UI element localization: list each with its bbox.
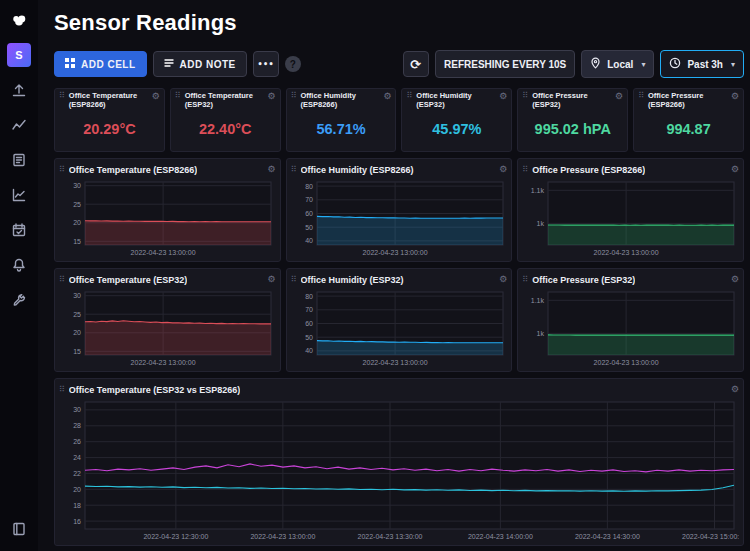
- drag-handle-icon[interactable]: ⠿: [291, 276, 297, 284]
- tasks-calendar-icon[interactable]: [7, 218, 31, 242]
- page-title: Sensor Readings: [54, 10, 744, 36]
- chevron-down-icon: ▾: [731, 60, 735, 69]
- stat-title: Office Pressure (ESP32): [532, 92, 611, 110]
- stat-title: Office Temperature (ESP8266): [69, 92, 148, 110]
- drag-handle-icon[interactable]: ⠿: [291, 166, 297, 174]
- svg-text:2022-04-23 13:00:00: 2022-04-23 13:00:00: [131, 359, 196, 366]
- map-pin-icon: [590, 57, 601, 71]
- svg-text:2022-04-23 13:00:00: 2022-04-23 13:00:00: [250, 533, 315, 540]
- refresh-interval-label: REFRESHING EVERY 10S: [444, 59, 566, 70]
- gear-icon[interactable]: ⚙: [268, 165, 276, 174]
- gear-icon[interactable]: ⚙: [731, 165, 739, 174]
- gear-icon[interactable]: ⚙: [268, 92, 276, 101]
- help-icon[interactable]: ?: [285, 56, 301, 72]
- line-chart[interactable]: 40506070802022-04-23 13:00:00: [291, 178, 508, 258]
- svg-text:2022-04-23 15:00:00: 2022-04-23 15:00:00: [682, 533, 739, 540]
- line-chart[interactable]: 1k1.1k2022-04-23 13:00:00: [522, 288, 739, 368]
- line-chart[interactable]: 16182022242628302022-04-23 12:30:002022-…: [59, 398, 739, 542]
- line-chart[interactable]: 152025302022-04-23 13:00:00: [59, 178, 276, 258]
- drag-handle-icon[interactable]: ⠿: [59, 92, 65, 100]
- gear-icon[interactable]: ⚙: [615, 92, 623, 101]
- timezone-label: Local: [607, 59, 633, 70]
- stat-title: Office Pressure (ESP8266): [648, 92, 727, 110]
- chart-cell-humidity-esp32: ⠿Office Humidity (ESP32)⚙ 40506070802022…: [286, 268, 513, 372]
- influxdb-logo-icon[interactable]: [7, 8, 31, 32]
- stat-title: Office Temperature (ESP32): [185, 92, 264, 110]
- svg-text:24: 24: [73, 454, 81, 461]
- chart-row-esp8266: ⠿Office Temperature (ESP8266)⚙ 152025302…: [54, 158, 744, 262]
- svg-text:1k: 1k: [537, 330, 545, 337]
- gear-icon[interactable]: ⚙: [383, 92, 391, 101]
- drag-handle-icon[interactable]: ⠿: [522, 166, 528, 174]
- gear-icon[interactable]: ⚙: [268, 275, 276, 284]
- more-options-button[interactable]: •••: [253, 51, 279, 77]
- chart-cell-temp-esp32: ⠿Office Temperature (ESP32)⚙ 15202530202…: [54, 268, 281, 372]
- stat-value: 22.40°C: [175, 110, 276, 148]
- manual-refresh-button[interactable]: ⟳: [403, 51, 429, 77]
- stat-cell-temp-esp32: ⠿Office Temperature (ESP32)⚙ 22.40°C: [170, 88, 281, 152]
- line-chart[interactable]: 152025302022-04-23 13:00:00: [59, 288, 276, 368]
- svg-text:70: 70: [305, 196, 313, 203]
- line-chart[interactable]: 1k1.1k2022-04-23 13:00:00: [522, 178, 739, 258]
- svg-text:2022-04-23 13:00:00: 2022-04-23 13:00:00: [594, 249, 659, 256]
- drag-handle-icon[interactable]: ⠿: [59, 166, 65, 174]
- svg-text:70: 70: [305, 306, 313, 313]
- svg-text:2022-04-23 13:00:00: 2022-04-23 13:00:00: [131, 249, 196, 256]
- stat-cell-temp-esp8266: ⠿Office Temperature (ESP8266)⚙ 20.29°C: [54, 88, 165, 152]
- settings-wrench-icon[interactable]: [7, 288, 31, 312]
- drag-handle-icon[interactable]: ⠿: [291, 92, 297, 100]
- gear-icon[interactable]: ⚙: [731, 275, 739, 284]
- stat-value: 994.87: [638, 110, 739, 148]
- svg-text:15: 15: [73, 348, 81, 355]
- chart-cell-temp-comparison: ⠿Office Temperature (ESP32 vs ESP8266)⚙ …: [54, 378, 744, 546]
- gear-icon[interactable]: ⚙: [731, 92, 739, 101]
- gear-icon[interactable]: ⚙: [499, 275, 507, 284]
- svg-text:1.1k: 1.1k: [531, 297, 545, 304]
- drag-handle-icon[interactable]: ⠿: [638, 92, 644, 100]
- svg-text:25: 25: [73, 311, 81, 318]
- add-note-button[interactable]: ADD NOTE: [153, 51, 247, 77]
- drag-handle-icon[interactable]: ⠿: [522, 276, 528, 284]
- gear-icon[interactable]: ⚙: [499, 165, 507, 174]
- notebooks-icon[interactable]: [7, 148, 31, 172]
- drag-handle-icon[interactable]: ⠿: [406, 92, 412, 100]
- svg-text:2022-04-23 13:30:00: 2022-04-23 13:30:00: [358, 533, 423, 540]
- svg-text:60: 60: [305, 210, 313, 217]
- drag-handle-icon[interactable]: ⠿: [59, 386, 65, 394]
- chart-title: Office Pressure (ESP32): [532, 275, 635, 285]
- chart-title: Office Humidity (ESP8266): [301, 165, 414, 175]
- chart-cell-temp-esp8266: ⠿Office Temperature (ESP8266)⚙ 152025302…: [54, 158, 281, 262]
- svg-text:30: 30: [73, 406, 81, 413]
- dashboards-icon[interactable]: [7, 183, 31, 207]
- gear-icon[interactable]: ⚙: [731, 385, 739, 394]
- data-explorer-icon[interactable]: [7, 113, 31, 137]
- svg-text:50: 50: [305, 334, 313, 341]
- docs-book-icon[interactable]: [7, 517, 31, 541]
- load-data-upload-icon[interactable]: [7, 78, 31, 102]
- add-cell-button[interactable]: ADD CELL: [54, 51, 147, 77]
- svg-text:28: 28: [73, 422, 81, 429]
- alerts-bell-icon[interactable]: [7, 253, 31, 277]
- gear-icon[interactable]: ⚙: [499, 92, 507, 101]
- drag-handle-icon[interactable]: ⠿: [59, 276, 65, 284]
- svg-text:30: 30: [73, 292, 81, 299]
- chart-row-esp32: ⠿Office Temperature (ESP32)⚙ 15202530202…: [54, 268, 744, 372]
- time-range-dropdown[interactable]: Past 3h ▾: [660, 50, 744, 78]
- refresh-interval-dropdown[interactable]: REFRESHING EVERY 10S: [435, 50, 575, 78]
- svg-text:50: 50: [305, 224, 313, 231]
- svg-text:20: 20: [73, 219, 81, 226]
- gear-icon[interactable]: ⚙: [152, 92, 160, 101]
- timezone-dropdown[interactable]: Local ▾: [581, 50, 654, 78]
- svg-text:2022-04-23 13:00:00: 2022-04-23 13:00:00: [594, 359, 659, 366]
- user-avatar[interactable]: S: [7, 43, 31, 67]
- svg-text:2022-04-23 13:00:00: 2022-04-23 13:00:00: [362, 359, 427, 366]
- chart-row-comparison: ⠿Office Temperature (ESP32 vs ESP8266)⚙ …: [54, 378, 744, 546]
- svg-text:40: 40: [305, 347, 313, 354]
- svg-text:80: 80: [305, 183, 313, 190]
- svg-text:18: 18: [73, 502, 81, 509]
- drag-handle-icon[interactable]: ⠿: [522, 92, 528, 100]
- chart-title: Office Temperature (ESP32): [69, 275, 187, 285]
- drag-handle-icon[interactable]: ⠿: [175, 92, 181, 100]
- line-chart[interactable]: 40506070802022-04-23 13:00:00: [291, 288, 508, 368]
- svg-text:30: 30: [73, 182, 81, 189]
